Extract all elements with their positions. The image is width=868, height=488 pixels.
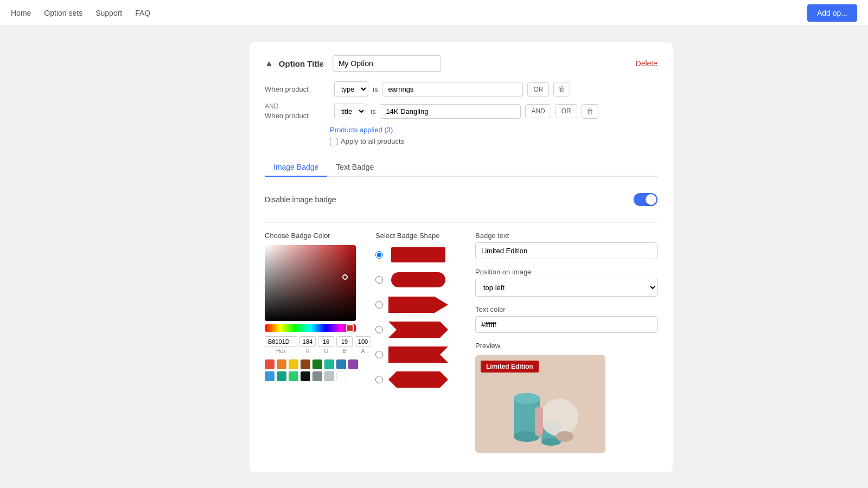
badge-settings-panel: Badge text Position on image top left to… xyxy=(475,232,658,453)
color-swatch[interactable] xyxy=(301,359,310,369)
add-op-button[interactable]: Add op... xyxy=(807,4,857,22)
text-color-input[interactable] xyxy=(475,316,658,333)
badge-shape-banner-svg xyxy=(388,346,448,363)
shape-radio-arrow-both[interactable] xyxy=(375,376,383,383)
shape-row-pill xyxy=(375,271,462,288)
a-input[interactable] xyxy=(355,336,371,347)
position-group: Position on image top left top right bot… xyxy=(475,268,658,297)
svg-point-13 xyxy=(540,399,578,436)
badge-text-label: Badge text xyxy=(475,232,658,240)
navbar: Home Option sets Support FAQ Add op... xyxy=(0,0,868,26)
color-swatch[interactable] xyxy=(312,359,322,369)
r-label: R xyxy=(305,348,309,354)
condition2-is-label: is xyxy=(371,107,375,115)
color-picker-container: Choose Badge Color Hex R xyxy=(265,232,362,453)
color-swatch[interactable] xyxy=(324,359,334,369)
condition2-value-input[interactable] xyxy=(380,104,521,119)
r-input[interactable] xyxy=(299,336,316,347)
text-color-group: Text color xyxy=(475,305,658,333)
hue-slider[interactable] xyxy=(265,324,356,332)
tab-image-badge[interactable]: Image Badge xyxy=(265,158,327,177)
color-swatch[interactable] xyxy=(348,359,358,369)
condition2-or-button[interactable]: OR xyxy=(556,104,577,118)
color-swatch[interactable] xyxy=(265,371,275,381)
condition2-field-select[interactable]: title xyxy=(334,104,366,119)
option-title-label: Option Title xyxy=(279,59,324,68)
badge-shape-pill xyxy=(391,272,445,287)
shape-radio-chevron[interactable] xyxy=(375,326,383,333)
condition2-and-button[interactable]: AND xyxy=(525,104,551,118)
color-swatch[interactable] xyxy=(312,371,322,381)
svg-marker-0 xyxy=(388,297,448,313)
apply-all-label: Apply to all products xyxy=(341,137,404,145)
nav-option-sets[interactable]: Option sets xyxy=(44,9,82,17)
products-applied-link[interactable]: Products applied (3) xyxy=(330,126,393,134)
condition-row-1: When product type is OR 🗑 xyxy=(265,81,658,97)
toggle-knob xyxy=(646,194,656,205)
shape-row-rect xyxy=(375,246,462,264)
condition1-trash-button[interactable]: 🗑 xyxy=(553,82,570,97)
tab-text-badge[interactable]: Text Badge xyxy=(327,158,382,177)
collapse-icon[interactable]: ▲ xyxy=(265,59,273,68)
condition2-trash-button[interactable]: 🗑 xyxy=(582,104,598,119)
shape-radio-arrow[interactable] xyxy=(375,301,383,309)
badge-shape-arrow-both-svg xyxy=(388,371,448,388)
a-field-wrap: A xyxy=(355,336,371,354)
main-layout: ▲ Option Title Delete When product type … xyxy=(0,26,868,488)
shape-radio-rect[interactable] xyxy=(375,251,383,259)
condition2-when-label: When product xyxy=(265,112,309,120)
color-swatch[interactable] xyxy=(289,359,298,369)
disable-image-badge-toggle[interactable] xyxy=(634,193,658,206)
shape-preview-rect xyxy=(388,246,448,264)
color-picker-dot xyxy=(342,274,348,280)
color-swatch[interactable] xyxy=(277,371,286,381)
condition1-field-select[interactable]: type xyxy=(334,81,368,97)
apply-all-checkbox[interactable] xyxy=(330,138,337,145)
svg-marker-2 xyxy=(388,346,448,363)
b-label: B xyxy=(343,348,347,354)
svg-marker-1 xyxy=(388,322,448,338)
shape-row-arrow-both xyxy=(375,371,462,388)
position-select[interactable]: top left top right bottom left bottom ri… xyxy=(475,279,658,297)
shape-radio-banner[interactable] xyxy=(375,351,383,358)
hex-label: Hex xyxy=(276,348,286,354)
condition1-value-input[interactable] xyxy=(382,82,523,97)
preview-badge-overlay: Limited Edition xyxy=(481,361,539,373)
condition1-or-button[interactable]: OR xyxy=(527,82,549,97)
g-input[interactable] xyxy=(318,336,334,347)
color-swatch[interactable] xyxy=(265,359,275,369)
nav-home[interactable]: Home xyxy=(11,9,31,17)
a-label: A xyxy=(361,348,365,354)
option-header: ▲ Option Title Delete xyxy=(265,55,658,72)
shape-radio-pill[interactable] xyxy=(375,276,383,284)
color-swatches xyxy=(265,359,362,381)
disable-toggle-row: Disable image badge xyxy=(265,188,658,211)
shape-preview-pill xyxy=(388,271,448,288)
delete-button[interactable]: Delete xyxy=(636,59,658,68)
color-picker-title: Choose Badge Color xyxy=(265,232,362,240)
preview-label: Preview xyxy=(475,342,658,350)
nav-support[interactable]: Support xyxy=(95,9,122,17)
position-label: Position on image xyxy=(475,268,658,276)
svg-point-8 xyxy=(514,393,540,404)
color-swatch[interactable] xyxy=(336,371,346,381)
color-swatch[interactable] xyxy=(336,359,346,369)
nav-faq[interactable]: FAQ xyxy=(135,9,150,17)
content-panel: ▲ Option Title Delete When product type … xyxy=(250,42,673,472)
text-color-label: Text color xyxy=(475,305,658,313)
option-title-input[interactable] xyxy=(333,55,441,72)
color-swatch[interactable] xyxy=(324,371,334,381)
sidebar xyxy=(0,42,239,472)
badge-text-input[interactable] xyxy=(475,242,658,259)
color-swatch[interactable] xyxy=(289,371,298,381)
color-swatch[interactable] xyxy=(301,371,310,381)
badge-section: Choose Badge Color Hex R xyxy=(265,232,658,453)
b-input[interactable] xyxy=(336,336,353,347)
color-swatch[interactable] xyxy=(277,359,286,369)
condition2-and-label: AND xyxy=(265,102,330,110)
hex-input[interactable] xyxy=(265,336,297,347)
tabs-container: Image Badge Text Badge xyxy=(265,158,658,177)
color-canvas[interactable] xyxy=(265,245,356,321)
shape-row-chevron xyxy=(375,321,462,338)
condition-row-2: AND When product title is AND OR 🗑 xyxy=(265,102,658,120)
